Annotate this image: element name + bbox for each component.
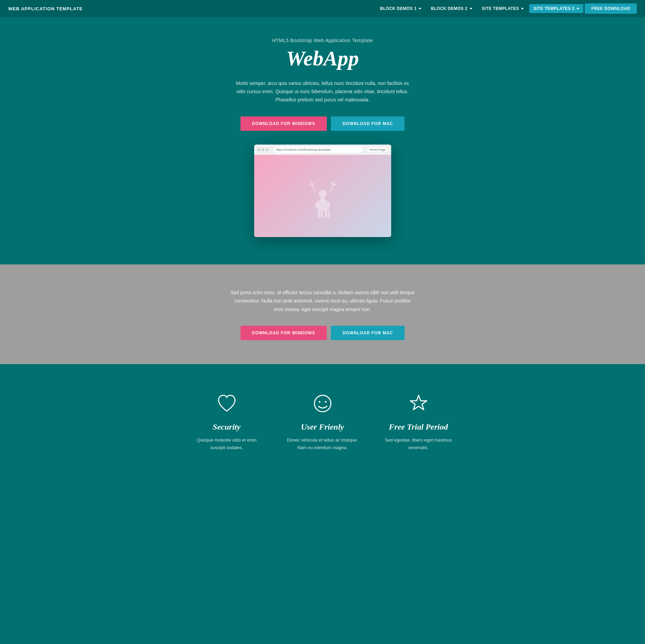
browser-content bbox=[254, 155, 391, 237]
browser-dots bbox=[258, 148, 269, 151]
chevron-down-icon bbox=[470, 8, 472, 10]
browser-url-bar: https://mobirise.com/bootstrap-template/ bbox=[273, 147, 362, 153]
svg-point-7 bbox=[314, 395, 331, 412]
feature-security: Security Quisque molestie odio et enim s… bbox=[189, 392, 264, 451]
user-friendly-icon-container bbox=[311, 392, 335, 416]
browser-mockup: https://mobirise.com/bootstrap-template/… bbox=[254, 145, 391, 237]
features-grid: Security Quisque molestie odio et enim s… bbox=[169, 392, 477, 451]
browser-home-label: Home Page bbox=[367, 147, 388, 152]
svg-point-0 bbox=[319, 190, 327, 197]
dot-red bbox=[258, 148, 260, 151]
svg-rect-5 bbox=[325, 209, 327, 218]
chevron-down-icon bbox=[419, 8, 421, 10]
nav-block-demos-1[interactable]: BLOCK DEMOS 1 bbox=[376, 4, 426, 13]
svg-rect-3 bbox=[318, 209, 320, 218]
brand-logo: WEB APPLICATION TEMPLATE bbox=[8, 6, 83, 11]
features-section: Security Quisque molestie odio et enim s… bbox=[0, 364, 645, 485]
dot-yellow bbox=[262, 148, 264, 151]
heart-icon bbox=[216, 393, 238, 414]
svg-rect-4 bbox=[321, 209, 323, 218]
svg-marker-10 bbox=[410, 395, 427, 410]
user-friendly-desc: Donec vehicula et tellus ac tristique. N… bbox=[285, 436, 360, 451]
feature-user-friendly: User Frienly Donec vehicula et tellus ac… bbox=[285, 392, 360, 451]
free-trial-icon-container bbox=[407, 392, 431, 416]
chevron-down-icon bbox=[521, 8, 524, 10]
security-desc: Quisque molestie odio et enim suscipit s… bbox=[189, 436, 264, 451]
hero-section: HTML5 Bootstrap Web Application Template… bbox=[0, 17, 645, 264]
chevron-down-icon bbox=[576, 8, 579, 10]
download-mac-button-hero[interactable]: DOWNLOAD FOR MAC bbox=[331, 116, 405, 131]
hero-subtitle: HTML5 Bootstrap Web Application Template bbox=[7, 38, 638, 43]
smiley-icon bbox=[312, 393, 334, 414]
free-download-button[interactable]: FREE DOWNLOAD bbox=[585, 3, 637, 14]
svg-point-9 bbox=[325, 401, 326, 403]
dot-green bbox=[266, 148, 269, 151]
free-trial-desc: Sed egestas, libero eget maximus venenat… bbox=[381, 436, 456, 451]
browser-bar: https://mobirise.com/bootstrap-template/… bbox=[254, 145, 391, 155]
nav-menu: BLOCK DEMOS 1 BLOCK DEMOS 2 SITE TEMPLAT… bbox=[376, 3, 637, 14]
hero-buttons: DOWNLOAD FOR WINDOWS DOWNLOAD FOR MAC bbox=[7, 116, 638, 131]
nav-site-templates-2[interactable]: SITE TEMPLATES 2 bbox=[529, 4, 583, 13]
feature-free-trial: Free Trial Period Sed egestas, libero eg… bbox=[381, 392, 456, 451]
gray-buttons: DOWNLOAD FOR WINDOWS DOWNLOAD FOR MAC bbox=[7, 326, 638, 340]
security-title: Security bbox=[189, 422, 264, 432]
hero-description: Morbi semper, arcu quis varius ultricies… bbox=[234, 79, 412, 104]
svg-point-8 bbox=[319, 401, 320, 403]
nav-site-templates[interactable]: SITE TEMPLATES bbox=[478, 4, 528, 13]
nav-block-demos-2[interactable]: BLOCK DEMOS 2 bbox=[427, 4, 476, 13]
free-trial-title: Free Trial Period bbox=[381, 422, 456, 432]
user-friendly-title: User Frienly bbox=[285, 422, 360, 432]
navbar: WEB APPLICATION TEMPLATE BLOCK DEMOS 1 B… bbox=[0, 0, 645, 17]
star-icon bbox=[408, 393, 430, 414]
svg-point-2 bbox=[315, 200, 330, 211]
download-windows-button-gray[interactable]: DOWNLOAD FOR WINDOWS bbox=[240, 326, 327, 340]
download-mac-button-gray[interactable]: DOWNLOAD FOR MAC bbox=[331, 326, 405, 340]
gray-section: Sed porta enim nunc, at efficitur lectus… bbox=[0, 264, 645, 364]
gray-description: Sed porta enim nunc, at efficitur lectus… bbox=[230, 288, 415, 314]
security-icon-container bbox=[215, 392, 239, 416]
download-windows-button-hero[interactable]: DOWNLOAD FOR WINDOWS bbox=[240, 116, 327, 131]
deer-icon bbox=[306, 174, 340, 218]
hero-title: WebApp bbox=[7, 47, 638, 70]
svg-rect-6 bbox=[327, 209, 330, 218]
